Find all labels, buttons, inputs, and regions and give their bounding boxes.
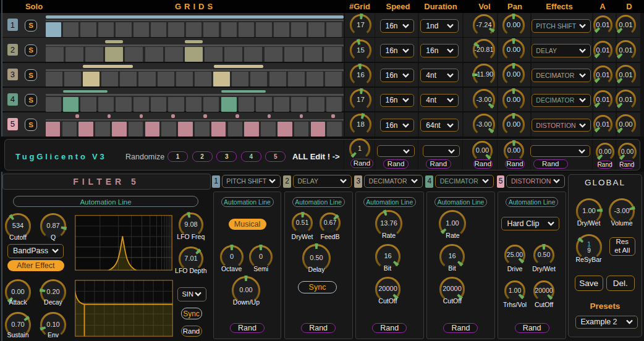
svg-text:0.00: 0.00 [619, 120, 632, 128]
svg-text:0.00: 0.00 [507, 46, 520, 53]
svg-text:1.00: 1.00 [446, 219, 459, 227]
svg-text:1: 1 [358, 145, 362, 152]
svg-text:-7.24: -7.24 [476, 21, 491, 28]
svg-text:-3.00: -3.00 [476, 95, 491, 103]
svg-text:0.01: 0.01 [619, 70, 632, 78]
svg-text:0.20: 0.20 [46, 288, 59, 295]
svg-text:0.01: 0.01 [619, 21, 632, 28]
svg-text:0.01: 0.01 [596, 70, 610, 78]
svg-text:0.50: 0.50 [310, 253, 323, 261]
svg-text:1: 1 [587, 241, 591, 248]
svg-text:-3.00: -3.00 [614, 206, 629, 214]
svg-text:16: 16 [357, 70, 365, 78]
svg-text:20000: 20000 [443, 285, 462, 293]
svg-text:0.01: 0.01 [596, 21, 610, 28]
svg-text:0.01: 0.01 [596, 46, 610, 53]
svg-text:0.50: 0.50 [538, 250, 551, 258]
svg-text:0.10: 0.10 [46, 320, 59, 327]
svg-text:13.76: 13.76 [380, 219, 397, 227]
svg-text:-3.00: -3.00 [476, 120, 491, 128]
svg-text:16: 16 [448, 253, 455, 260]
svg-text:0.67: 0.67 [324, 218, 337, 225]
svg-text:0.00: 0.00 [240, 286, 253, 293]
svg-text:0.01: 0.01 [619, 46, 632, 53]
svg-text:534: 534 [12, 222, 23, 229]
svg-text:0.01: 0.01 [596, 120, 610, 128]
svg-text:0: 0 [259, 253, 263, 260]
svg-text:0.00: 0.00 [507, 120, 520, 128]
svg-text:1.00: 1.00 [582, 206, 595, 214]
svg-text:0.00: 0.00 [598, 148, 611, 155]
svg-text:17: 17 [357, 21, 365, 28]
svg-text:17: 17 [357, 96, 365, 103]
svg-text:0.00: 0.00 [507, 96, 520, 103]
svg-text:20000: 20000 [378, 285, 397, 293]
svg-text:-20.81: -20.81 [474, 46, 493, 53]
svg-text:0.51: 0.51 [296, 218, 309, 225]
svg-text:18: 18 [357, 120, 365, 128]
svg-text:0.01: 0.01 [596, 96, 610, 103]
svg-text:15: 15 [357, 46, 365, 53]
svg-text:-11.90: -11.90 [475, 70, 493, 78]
svg-text:0.00: 0.00 [507, 70, 520, 78]
svg-text:0.00: 0.00 [621, 148, 633, 155]
svg-text:9.08: 9.08 [184, 220, 197, 227]
svg-text:0.00: 0.00 [507, 146, 520, 154]
svg-text:0.00: 0.00 [475, 146, 488, 154]
svg-text:25.00: 25.00 [507, 250, 523, 258]
svg-text:0.01: 0.01 [619, 96, 632, 103]
svg-text:0.00: 0.00 [11, 288, 24, 295]
svg-text:0.00: 0.00 [507, 21, 520, 28]
svg-text:16: 16 [384, 253, 391, 260]
svg-text:1.00: 1.00 [509, 287, 522, 294]
svg-text:9: 9 [587, 247, 591, 254]
svg-text:0: 0 [230, 253, 234, 260]
svg-text:7.01: 7.01 [184, 255, 197, 262]
svg-text:0.70: 0.70 [11, 320, 24, 327]
svg-text:20000: 20000 [535, 287, 553, 294]
svg-text:0.87: 0.87 [46, 222, 59, 229]
